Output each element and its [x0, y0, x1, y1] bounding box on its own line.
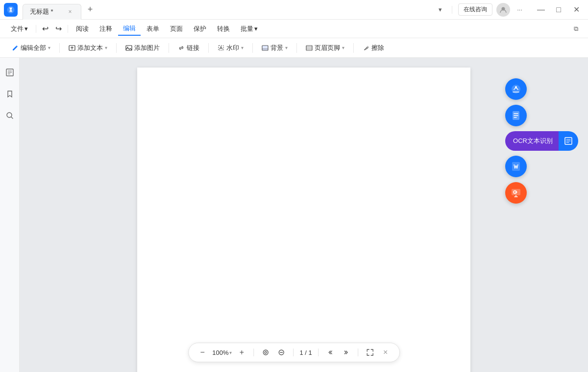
background-icon: [262, 45, 269, 51]
menu-edit-label: 编辑: [123, 24, 136, 33]
dropdown-button[interactable]: ▾: [434, 4, 446, 16]
header-footer-icon: [306, 45, 313, 51]
menu-table-label: 表单: [147, 24, 159, 33]
menu-read-label: 阅读: [76, 24, 89, 33]
titlebar: 无标题 * × + ▾ 在线咨询 ··· — □ ✕: [0, 0, 588, 20]
prev-page-button[interactable]: [324, 347, 336, 358]
zoom-in-button[interactable]: +: [236, 347, 247, 358]
menu-read[interactable]: 阅读: [71, 23, 94, 35]
separator: [169, 43, 169, 53]
menubar: 文件 ▾ ↩ ↪ 阅读 注释 编辑 表单 页面 保护 转换 批量 ▾ ⧉: [0, 20, 588, 38]
add-text-button[interactable]: 添加文本 ▾: [65, 42, 111, 54]
zoom-value[interactable]: 100% ▾: [212, 349, 232, 356]
add-image-button[interactable]: 添加图片: [122, 42, 164, 54]
svg-point-10: [263, 350, 268, 355]
watermark-arrow: ▾: [241, 45, 244, 50]
fullscreen-button[interactable]: [364, 347, 376, 358]
menu-convert[interactable]: 转换: [212, 23, 235, 35]
sidebar-pages-icon[interactable]: [3, 66, 17, 79]
close-button[interactable]: ✕: [568, 4, 584, 16]
edit-all-label: 编辑全部: [21, 44, 46, 52]
maximize-button[interactable]: □: [551, 4, 566, 16]
word-icon: [510, 161, 522, 172]
avatar[interactable]: [496, 3, 510, 17]
more-button[interactable]: ···: [514, 5, 525, 14]
separator: [358, 349, 358, 356]
menu-page[interactable]: 页面: [165, 23, 188, 35]
ai-icon: [510, 83, 522, 95]
svg-rect-6: [262, 46, 268, 50]
menu-redo[interactable]: ↪: [52, 22, 65, 35]
separator: [293, 349, 294, 356]
separator: [208, 43, 209, 53]
menu-convert-label: 转换: [217, 24, 230, 33]
menu-page-label: 页面: [170, 24, 183, 33]
menu-file-arrow: ▾: [24, 25, 28, 32]
menu-batch[interactable]: 批量 ▾: [236, 23, 263, 35]
menu-undo[interactable]: ↩: [39, 22, 51, 35]
app-logo: [4, 3, 18, 17]
svg-rect-3: [126, 46, 132, 50]
svg-point-15: [515, 86, 517, 88]
menu-annotate-label: 注释: [99, 24, 112, 33]
add-image-icon: [125, 45, 132, 51]
separator: [36, 25, 36, 33]
fit-width-button[interactable]: [275, 347, 287, 358]
svg-point-9: [7, 113, 12, 117]
new-tab-button[interactable]: +: [83, 3, 97, 17]
zoom-out-button[interactable]: −: [196, 347, 208, 358]
background-button[interactable]: 背景 ▾: [258, 42, 292, 54]
separator: [116, 43, 117, 53]
menu-edit[interactable]: 编辑: [118, 22, 141, 36]
separator: [318, 349, 318, 356]
erase-button[interactable]: 擦除: [359, 42, 388, 54]
tab-close-button[interactable]: ×: [66, 8, 74, 16]
separator: [252, 43, 253, 53]
sidebar: [0, 58, 20, 372]
ai-assistant-button[interactable]: [505, 78, 527, 100]
tab-bar: 无标题 * × +: [23, 2, 434, 18]
fit-page-button[interactable]: [260, 347, 271, 358]
next-page-button[interactable]: [340, 347, 352, 358]
add-text-icon: [69, 45, 75, 51]
document-button[interactable]: [505, 105, 527, 126]
page-info: 1 / 1: [299, 349, 312, 356]
watermark-label: 水印: [226, 44, 239, 52]
edit-icon: [12, 45, 19, 51]
menu-file-label: 文件: [11, 24, 24, 33]
ppt-convert-button[interactable]: [505, 182, 527, 204]
separator: [452, 6, 452, 14]
add-image-label: 添加图片: [134, 44, 160, 52]
ocr-icon-button[interactable]: [559, 131, 578, 151]
sidebar-bookmark-icon[interactable]: [3, 87, 17, 101]
link-button[interactable]: 链接: [174, 42, 203, 54]
menu-batch-label: 批量: [241, 24, 253, 33]
minimize-button[interactable]: —: [533, 4, 549, 16]
external-link-button[interactable]: ⧉: [570, 23, 582, 35]
menu-batch-arrow: ▾: [254, 25, 258, 32]
menu-table[interactable]: 表单: [142, 23, 164, 35]
menu-protect[interactable]: 保护: [189, 23, 211, 35]
ocr-text-button[interactable]: OCR文本识别: [505, 131, 559, 151]
document-area[interactable]: [20, 58, 588, 372]
separator: [253, 349, 254, 356]
document-page: [137, 68, 470, 372]
header-footer-label: 页眉页脚: [315, 44, 340, 52]
tab-item[interactable]: 无标题 * ×: [23, 4, 81, 20]
sidebar-search-icon[interactable]: [3, 109, 17, 122]
background-arrow: ▾: [285, 45, 288, 50]
add-text-label: 添加文本: [77, 44, 103, 52]
menu-annotate[interactable]: 注释: [95, 23, 117, 35]
watermark-button[interactable]: 水印 ▾: [214, 42, 247, 54]
window-controls: — □ ✕: [533, 4, 584, 16]
fab-container: OCR文本识别: [505, 78, 578, 204]
menu-file[interactable]: 文件 ▾: [6, 23, 33, 35]
close-toolbar-button[interactable]: ×: [380, 347, 392, 358]
bottom-toolbar: − 100% ▾ + 1 / 1 ×: [188, 343, 400, 362]
consult-button[interactable]: 在线咨询: [458, 3, 492, 16]
watermark-icon: [218, 45, 224, 51]
secondary-toolbar: 编辑全部 ▾ 添加文本 ▾ 添加图片 链接 水印 ▾ 背景 ▾ 页眉页脚 ▾: [0, 38, 588, 58]
word-convert-button[interactable]: [505, 156, 527, 177]
edit-all-button[interactable]: 编辑全部 ▾: [8, 42, 54, 54]
header-footer-button[interactable]: 页眉页脚 ▾: [302, 42, 348, 54]
